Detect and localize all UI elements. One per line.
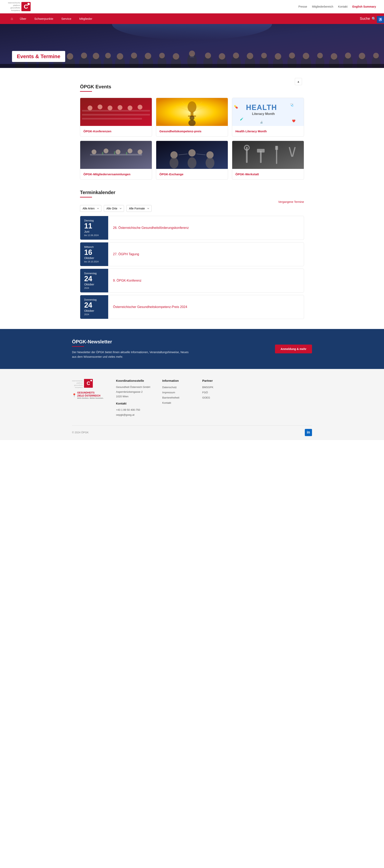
event-card-konferenzen[interactable]: ÖPGK-Konferenzen [80, 98, 152, 137]
svg-text:🧪: 🧪 [240, 117, 244, 121]
svg-rect-113 [275, 146, 278, 150]
nav-mitglieder[interactable]: Mitglieder [75, 14, 96, 24]
svg-rect-96 [114, 151, 115, 154]
nav-mitgliederbereich[interactable]: Mitgliederbereich [312, 5, 333, 8]
linkedin-link[interactable]: in [305, 429, 312, 436]
svg-point-37 [93, 53, 99, 59]
svg-text:🔬: 🔬 [260, 121, 263, 124]
event-day-name-2: Mittwoch [84, 246, 104, 248]
nav-uber[interactable]: Über [16, 14, 30, 24]
nav-kontakt[interactable]: Kontakt [338, 5, 347, 8]
event-card-body-health: Health Literacy Month [232, 126, 304, 136]
scroll-up-button[interactable]: ▲ [295, 78, 302, 85]
calendar-event-4[interactable]: Donnerstag 24 Oktober 2024 Österreichisc… [80, 295, 304, 319]
events-underline [80, 91, 92, 92]
event-card-title-konferenzen: ÖPGK-Konferenzen [83, 129, 111, 133]
event-until-3: 2024 [84, 287, 104, 289]
svg-point-38 [105, 53, 111, 58]
event-img-exchange [156, 141, 228, 169]
event-card-werkstatt[interactable]: ÖPGK-Werkstatt [232, 141, 304, 180]
footer-link-impressum[interactable]: Impressum [162, 390, 190, 395]
nav-schwerpunkte[interactable]: Schwerpunkte [30, 14, 57, 24]
event-card-title-health: Health Literacy Month [235, 129, 267, 133]
event-name-1[interactable]: 26. Österreichische Gesundheitsförderung… [113, 226, 189, 230]
event-card-health[interactable]: 💊 🩺 🧪 ❤️ 🔬 HEALTH Literacy Month Health … [232, 98, 304, 137]
footer-logo-text4: kompetenz [72, 386, 83, 389]
newsletter-section: ÖPGK-Newsletter Der Newsletter der ÖPGK … [0, 329, 384, 369]
calendar-event-2[interactable]: Mittwoch 16 Oktober bis 18.10.2024 27. Ö… [80, 242, 304, 266]
svg-point-39 [117, 53, 123, 60]
svg-rect-76 [190, 112, 194, 116]
newsletter-button[interactable]: Anmeldung & mehr [275, 345, 312, 353]
footer-link-barrierefreiheit[interactable]: Barrierefreiheit [162, 395, 190, 400]
footer-email[interactable]: oepgk@goeg.at [116, 412, 150, 417]
svg-point-94 [138, 150, 142, 154]
footer-information-title: Information [162, 379, 190, 382]
footer-gesundheit: 📍 GESUNDHEITS ZIELE ÖSTERREICH Mehr-Denk… [72, 391, 104, 399]
search-icon: 🔍 [372, 17, 376, 21]
event-card-body-konferenzen: ÖPGK-Konferenzen [80, 126, 152, 136]
nav-home[interactable]: ⌂ [8, 13, 16, 24]
calendar-header: Terminkalender Vergangene Termine [80, 190, 304, 204]
svg-point-47 [233, 53, 239, 59]
search-label: Suche [360, 17, 370, 21]
footer-contact-title: Kontakt [116, 402, 150, 405]
event-card-mitglieder[interactable]: ÖPGK-Mitgliederversammlungen [80, 141, 152, 180]
svg-point-48 [247, 53, 253, 59]
footer-link-kontakt[interactable]: Kontakt [162, 400, 190, 405]
footer-link-bmsgpk[interactable]: BMSGPK [202, 385, 230, 390]
event-month-2: Oktober [84, 256, 104, 259]
svg-point-75 [187, 101, 197, 113]
footer-logo-text1: österreichische [72, 380, 83, 382]
svg-point-53 [317, 53, 323, 58]
event-info-2: 27. ÖGPH Tagung [108, 242, 144, 266]
event-name-2[interactable]: 27. ÖGPH Tagung [113, 252, 139, 256]
svg-rect-58 [0, 64, 384, 68]
calendar-event-3[interactable]: Donnerstag 24 Oktober 2024 9. ÖPGK-Konfe… [80, 269, 304, 292]
calendar-title: Terminkalender [80, 190, 115, 195]
event-name-4[interactable]: Österreichischer Gesundheitskompetenz-Pr… [113, 305, 187, 309]
event-card-preis[interactable]: Gesundheitskompetenz-preis [156, 98, 228, 137]
nav-english-summary[interactable]: English Summary [352, 5, 376, 8]
nav-service[interactable]: Service [57, 14, 75, 24]
svg-text:❤️: ❤️ [292, 119, 296, 123]
logo[interactable]: österreichische plattform gesundheits ko… [8, 2, 31, 11]
svg-point-40 [131, 53, 137, 59]
event-day-num-2: 16 [84, 249, 104, 256]
filter-arten[interactable]: Alle Arten [80, 205, 101, 212]
footer-link-datenschutz[interactable]: Datenschutz [162, 385, 190, 390]
svg-rect-95 [102, 152, 103, 155]
svg-point-50 [275, 53, 281, 60]
calendar-event-1[interactable]: Dienstag 11 Juni bis 12.06.2024 26. Öste… [80, 216, 304, 240]
footer-information: Information Datenschutz Impressum Barrie… [162, 379, 190, 405]
footer-link-goeg[interactable]: GOEG [202, 395, 230, 400]
svg-rect-60 [82, 110, 150, 112]
logo-text-line1: österreichische [8, 2, 20, 4]
nav-presse[interactable]: Presse [298, 5, 307, 8]
event-date-3: Donnerstag 24 Oktober 2024 [80, 269, 108, 292]
svg-point-90 [92, 150, 96, 154]
logo-text-line4: kompetenz [8, 9, 20, 12]
accessibility-button[interactable]: ♿ [377, 16, 384, 23]
filter-orte[interactable]: Alle Orte [104, 205, 124, 212]
svg-point-63 [88, 105, 92, 110]
newsletter-title: ÖPGK-Newsletter [72, 339, 192, 345]
event-card-exchange[interactable]: ÖPGK-Exchange [156, 141, 228, 180]
svg-point-43 [173, 53, 179, 60]
search-area[interactable]: Suche 🔍 [360, 17, 376, 21]
event-day-name-3: Donnerstag [84, 272, 104, 275]
event-date-2: Mittwoch 16 Oktober bis 18.10.2024 [80, 242, 108, 266]
logo-text-line3: gesundheits [8, 7, 20, 9]
footer-phone: +43 1 89 50 400-750 [116, 407, 150, 412]
event-img-mitglieder [80, 141, 152, 169]
event-date-4: Donnerstag 24 Oktober 2024 [80, 295, 108, 319]
footer-link-fgo[interactable]: FGÖ [202, 390, 230, 395]
past-events-link[interactable]: Vergangene Termine [278, 200, 304, 204]
newsletter-text: Der Newsletter der ÖPGK bietet Ihnen akt… [72, 350, 192, 359]
footer-koordination-name: Gesundheit Österreich GmbH [116, 385, 150, 389]
filter-bar: Alle Arten Alle Orte Alle Formate [80, 205, 304, 212]
footer: österreichische plattform gesundheits ko… [0, 369, 384, 440]
events-section: ▲ ÖPGK Events [80, 84, 304, 180]
filter-formate[interactable]: Alle Formate [126, 205, 152, 212]
event-name-3[interactable]: 9. ÖPGK-Konferenz [113, 279, 141, 282]
